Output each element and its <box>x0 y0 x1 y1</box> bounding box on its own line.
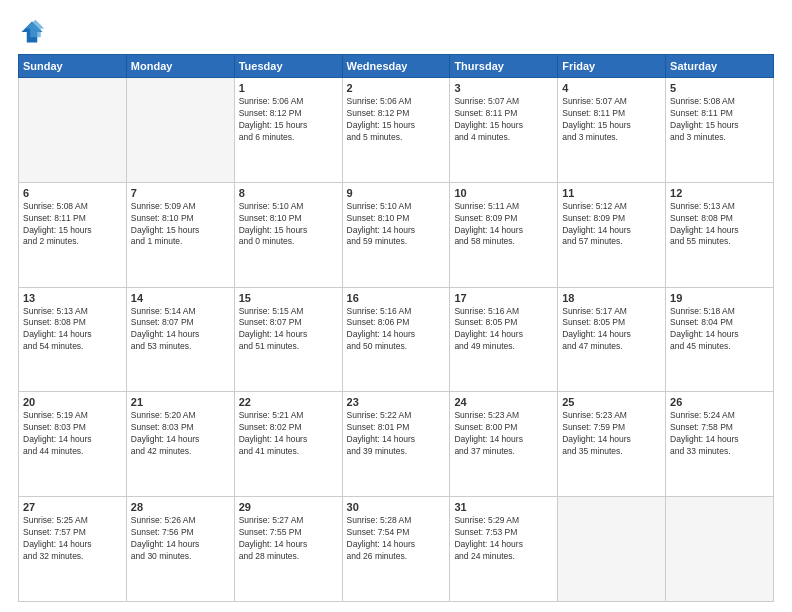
calendar-cell: 5Sunrise: 5:08 AM Sunset: 8:11 PM Daylig… <box>666 78 774 183</box>
weekday-header-sunday: Sunday <box>19 55 127 78</box>
day-info: Sunrise: 5:07 AM Sunset: 8:11 PM Dayligh… <box>454 96 553 144</box>
week-row-4: 20Sunrise: 5:19 AM Sunset: 8:03 PM Dayli… <box>19 392 774 497</box>
day-info: Sunrise: 5:13 AM Sunset: 8:08 PM Dayligh… <box>670 201 769 249</box>
calendar-cell: 8Sunrise: 5:10 AM Sunset: 8:10 PM Daylig… <box>234 182 342 287</box>
calendar-cell: 4Sunrise: 5:07 AM Sunset: 8:11 PM Daylig… <box>558 78 666 183</box>
calendar-cell: 21Sunrise: 5:20 AM Sunset: 8:03 PM Dayli… <box>126 392 234 497</box>
calendar-cell: 18Sunrise: 5:17 AM Sunset: 8:05 PM Dayli… <box>558 287 666 392</box>
day-number: 27 <box>23 501 122 513</box>
calendar-cell: 12Sunrise: 5:13 AM Sunset: 8:08 PM Dayli… <box>666 182 774 287</box>
calendar-cell: 2Sunrise: 5:06 AM Sunset: 8:12 PM Daylig… <box>342 78 450 183</box>
day-info: Sunrise: 5:20 AM Sunset: 8:03 PM Dayligh… <box>131 410 230 458</box>
week-row-2: 6Sunrise: 5:08 AM Sunset: 8:11 PM Daylig… <box>19 182 774 287</box>
day-info: Sunrise: 5:10 AM Sunset: 8:10 PM Dayligh… <box>239 201 338 249</box>
day-info: Sunrise: 5:24 AM Sunset: 7:58 PM Dayligh… <box>670 410 769 458</box>
day-info: Sunrise: 5:26 AM Sunset: 7:56 PM Dayligh… <box>131 515 230 563</box>
day-info: Sunrise: 5:29 AM Sunset: 7:53 PM Dayligh… <box>454 515 553 563</box>
day-info: Sunrise: 5:08 AM Sunset: 8:11 PM Dayligh… <box>670 96 769 144</box>
calendar-cell: 14Sunrise: 5:14 AM Sunset: 8:07 PM Dayli… <box>126 287 234 392</box>
calendar-cell: 9Sunrise: 5:10 AM Sunset: 8:10 PM Daylig… <box>342 182 450 287</box>
weekday-header-row: SundayMondayTuesdayWednesdayThursdayFrid… <box>19 55 774 78</box>
logo-icon <box>18 18 46 46</box>
calendar-cell <box>19 78 127 183</box>
calendar-cell: 19Sunrise: 5:18 AM Sunset: 8:04 PM Dayli… <box>666 287 774 392</box>
weekday-header-wednesday: Wednesday <box>342 55 450 78</box>
day-number: 20 <box>23 396 122 408</box>
day-info: Sunrise: 5:23 AM Sunset: 8:00 PM Dayligh… <box>454 410 553 458</box>
day-number: 31 <box>454 501 553 513</box>
calendar-cell: 17Sunrise: 5:16 AM Sunset: 8:05 PM Dayli… <box>450 287 558 392</box>
calendar-cell: 31Sunrise: 5:29 AM Sunset: 7:53 PM Dayli… <box>450 497 558 602</box>
calendar-cell: 23Sunrise: 5:22 AM Sunset: 8:01 PM Dayli… <box>342 392 450 497</box>
day-info: Sunrise: 5:23 AM Sunset: 7:59 PM Dayligh… <box>562 410 661 458</box>
day-info: Sunrise: 5:28 AM Sunset: 7:54 PM Dayligh… <box>347 515 446 563</box>
day-number: 15 <box>239 292 338 304</box>
day-number: 6 <box>23 187 122 199</box>
day-number: 23 <box>347 396 446 408</box>
calendar-cell: 29Sunrise: 5:27 AM Sunset: 7:55 PM Dayli… <box>234 497 342 602</box>
day-number: 9 <box>347 187 446 199</box>
calendar-cell: 16Sunrise: 5:16 AM Sunset: 8:06 PM Dayli… <box>342 287 450 392</box>
day-info: Sunrise: 5:22 AM Sunset: 8:01 PM Dayligh… <box>347 410 446 458</box>
calendar-cell: 3Sunrise: 5:07 AM Sunset: 8:11 PM Daylig… <box>450 78 558 183</box>
day-info: Sunrise: 5:08 AM Sunset: 8:11 PM Dayligh… <box>23 201 122 249</box>
calendar-cell: 24Sunrise: 5:23 AM Sunset: 8:00 PM Dayli… <box>450 392 558 497</box>
day-number: 18 <box>562 292 661 304</box>
logo <box>18 18 50 46</box>
day-info: Sunrise: 5:10 AM Sunset: 8:10 PM Dayligh… <box>347 201 446 249</box>
calendar-cell: 15Sunrise: 5:15 AM Sunset: 8:07 PM Dayli… <box>234 287 342 392</box>
day-number: 14 <box>131 292 230 304</box>
week-row-1: 1Sunrise: 5:06 AM Sunset: 8:12 PM Daylig… <box>19 78 774 183</box>
day-info: Sunrise: 5:06 AM Sunset: 8:12 PM Dayligh… <box>239 96 338 144</box>
day-info: Sunrise: 5:19 AM Sunset: 8:03 PM Dayligh… <box>23 410 122 458</box>
day-number: 4 <box>562 82 661 94</box>
day-info: Sunrise: 5:09 AM Sunset: 8:10 PM Dayligh… <box>131 201 230 249</box>
weekday-header-monday: Monday <box>126 55 234 78</box>
day-number: 12 <box>670 187 769 199</box>
calendar-cell: 11Sunrise: 5:12 AM Sunset: 8:09 PM Dayli… <box>558 182 666 287</box>
day-number: 8 <box>239 187 338 199</box>
day-number: 19 <box>670 292 769 304</box>
day-number: 22 <box>239 396 338 408</box>
day-number: 24 <box>454 396 553 408</box>
day-info: Sunrise: 5:21 AM Sunset: 8:02 PM Dayligh… <box>239 410 338 458</box>
day-info: Sunrise: 5:25 AM Sunset: 7:57 PM Dayligh… <box>23 515 122 563</box>
day-info: Sunrise: 5:16 AM Sunset: 8:06 PM Dayligh… <box>347 306 446 354</box>
day-number: 21 <box>131 396 230 408</box>
weekday-header-saturday: Saturday <box>666 55 774 78</box>
week-row-3: 13Sunrise: 5:13 AM Sunset: 8:08 PM Dayli… <box>19 287 774 392</box>
calendar-cell: 7Sunrise: 5:09 AM Sunset: 8:10 PM Daylig… <box>126 182 234 287</box>
day-number: 13 <box>23 292 122 304</box>
day-info: Sunrise: 5:13 AM Sunset: 8:08 PM Dayligh… <box>23 306 122 354</box>
day-number: 7 <box>131 187 230 199</box>
calendar-cell: 13Sunrise: 5:13 AM Sunset: 8:08 PM Dayli… <box>19 287 127 392</box>
week-row-5: 27Sunrise: 5:25 AM Sunset: 7:57 PM Dayli… <box>19 497 774 602</box>
calendar-cell: 6Sunrise: 5:08 AM Sunset: 8:11 PM Daylig… <box>19 182 127 287</box>
day-info: Sunrise: 5:15 AM Sunset: 8:07 PM Dayligh… <box>239 306 338 354</box>
day-number: 5 <box>670 82 769 94</box>
weekday-header-tuesday: Tuesday <box>234 55 342 78</box>
day-info: Sunrise: 5:06 AM Sunset: 8:12 PM Dayligh… <box>347 96 446 144</box>
day-number: 11 <box>562 187 661 199</box>
calendar-cell: 30Sunrise: 5:28 AM Sunset: 7:54 PM Dayli… <box>342 497 450 602</box>
day-number: 10 <box>454 187 553 199</box>
day-info: Sunrise: 5:16 AM Sunset: 8:05 PM Dayligh… <box>454 306 553 354</box>
day-info: Sunrise: 5:12 AM Sunset: 8:09 PM Dayligh… <box>562 201 661 249</box>
calendar-cell <box>558 497 666 602</box>
weekday-header-friday: Friday <box>558 55 666 78</box>
calendar-cell: 20Sunrise: 5:19 AM Sunset: 8:03 PM Dayli… <box>19 392 127 497</box>
day-number: 3 <box>454 82 553 94</box>
day-number: 2 <box>347 82 446 94</box>
day-info: Sunrise: 5:18 AM Sunset: 8:04 PM Dayligh… <box>670 306 769 354</box>
day-info: Sunrise: 5:07 AM Sunset: 8:11 PM Dayligh… <box>562 96 661 144</box>
weekday-header-thursday: Thursday <box>450 55 558 78</box>
day-number: 26 <box>670 396 769 408</box>
calendar-cell: 25Sunrise: 5:23 AM Sunset: 7:59 PM Dayli… <box>558 392 666 497</box>
calendar-cell: 26Sunrise: 5:24 AM Sunset: 7:58 PM Dayli… <box>666 392 774 497</box>
day-number: 30 <box>347 501 446 513</box>
calendar-cell: 22Sunrise: 5:21 AM Sunset: 8:02 PM Dayli… <box>234 392 342 497</box>
day-number: 29 <box>239 501 338 513</box>
day-info: Sunrise: 5:14 AM Sunset: 8:07 PM Dayligh… <box>131 306 230 354</box>
calendar-cell <box>126 78 234 183</box>
calendar-table: SundayMondayTuesdayWednesdayThursdayFrid… <box>18 54 774 602</box>
